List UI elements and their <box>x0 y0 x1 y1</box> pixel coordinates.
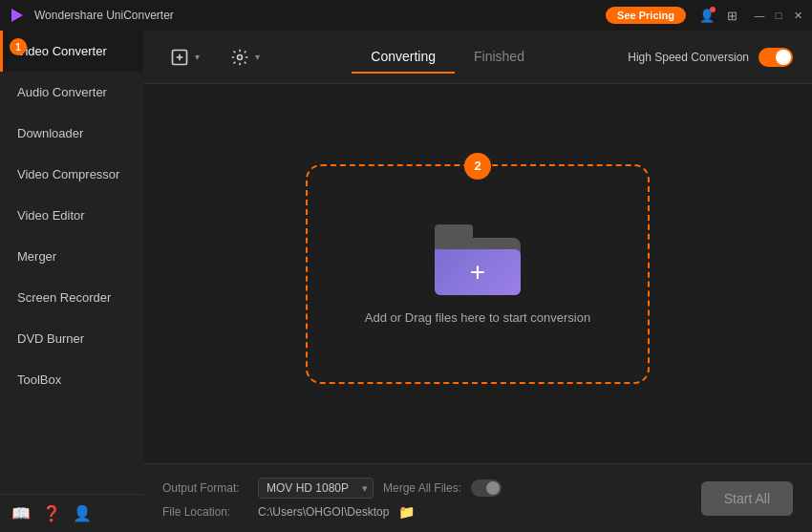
sidebar-item-label: Merger <box>17 249 56 264</box>
content-area: ▾ ▾ Converting Finished <box>143 31 812 532</box>
sidebar-item-audio-converter[interactable]: Audio Converter <box>0 72 143 113</box>
sidebar-item-label: Screen Recorder <box>17 290 111 305</box>
start-all-button[interactable]: Start All <box>701 481 793 516</box>
merge-files-label: Merge All Files: <box>383 481 461 495</box>
svg-point-4 <box>238 54 243 59</box>
title-bar-icons: 👤 ⊞ <box>697 6 741 25</box>
toolbar-left: ▾ ▾ <box>162 42 267 73</box>
sidebar-item-video-compressor[interactable]: Video Compressor <box>0 154 143 195</box>
file-path: C:\Users\OHGOI\Desktop <box>258 505 389 519</box>
tabs: Converting Finished <box>352 41 544 74</box>
close-button[interactable]: ✕ <box>791 9 804 22</box>
bottom-bar: Output Format: MOV HD 1080P Merge All Fi… <box>143 463 812 532</box>
output-format-row: Output Format: MOV HD 1080P Merge All Fi… <box>162 478 502 499</box>
sidebar-item-merger[interactable]: Merger <box>0 236 143 277</box>
high-speed-toggle[interactable] <box>759 48 793 67</box>
grid-icon[interactable]: ⊞ <box>722 6 741 25</box>
high-speed-label: High Speed Conversion <box>628 51 749 64</box>
app-logo-icon <box>8 6 27 25</box>
settings-button[interactable]: ▾ <box>223 42 267 73</box>
toolbar: ▾ ▾ Converting Finished <box>143 31 812 84</box>
bottom-section-format: Output Format: MOV HD 1080P Merge All Fi… <box>162 478 502 520</box>
file-location-row: File Location: C:\Users\OHGOI\Desktop 📁 <box>162 504 502 520</box>
window-controls: — □ ✕ <box>753 9 804 22</box>
merge-toggle[interactable] <box>471 479 502 497</box>
add-files-icon <box>170 48 189 67</box>
sidebar-item-toolbox[interactable]: ToolBox <box>0 359 143 400</box>
open-folder-icon[interactable]: 📁 <box>398 504 415 520</box>
sidebar-item-label: DVD Burner <box>17 331 84 346</box>
settings-icon <box>230 48 249 67</box>
file-location-label: File Location: <box>162 505 248 519</box>
sidebar-item-screen-recorder[interactable]: Screen Recorder <box>0 277 143 318</box>
help-icon[interactable]: ❓ <box>42 504 61 522</box>
drop-zone-container: 2 + Add or Drag files here to start conv… <box>143 84 812 463</box>
sidebar-item-dvd-burner[interactable]: DVD Burner <box>0 318 143 359</box>
sidebar-badge: 1 <box>10 38 27 55</box>
toolbar-right: High Speed Conversion <box>628 48 793 67</box>
sidebar-item-video-editor[interactable]: Video Editor <box>0 195 143 236</box>
sidebar-item-video-converter[interactable]: Video Converter 1 <box>0 31 143 72</box>
sidebar-item-label: Video Editor <box>17 208 85 223</box>
svg-marker-0 <box>11 9 23 22</box>
profile-icon[interactable]: 👤 <box>73 504 92 522</box>
user-icon[interactable]: 👤 <box>697 6 716 25</box>
title-bar-right: See Pricing 👤 ⊞ — □ ✕ <box>606 6 804 25</box>
output-format-wrapper: MOV HD 1080P <box>258 478 374 499</box>
drop-text: Add or Drag files here to start conversi… <box>365 310 590 325</box>
add-files-button[interactable]: ▾ <box>162 42 207 73</box>
sidebar: Video Converter 1 Audio Converter Downlo… <box>0 31 143 532</box>
sidebar-item-downloader[interactable]: Downloader <box>0 113 143 154</box>
book-icon[interactable]: 📖 <box>11 504 31 522</box>
sidebar-item-label: Video Compressor <box>17 167 119 181</box>
tab-finished[interactable]: Finished <box>455 41 544 74</box>
drop-zone[interactable]: 2 + Add or Drag files here to start conv… <box>306 164 650 384</box>
maximize-button[interactable]: □ <box>772 9 785 22</box>
output-format-label: Output Format: <box>162 481 248 495</box>
title-bar: Wondershare UniConverter See Pricing 👤 ⊞… <box>0 0 812 31</box>
add-files-chevron: ▾ <box>195 52 200 62</box>
app-title: Wondershare UniConverter <box>34 9 174 22</box>
output-format-select[interactable]: MOV HD 1080P <box>258 478 374 499</box>
sidebar-item-label: ToolBox <box>17 372 61 387</box>
sidebar-item-label: Downloader <box>17 126 83 140</box>
pricing-button[interactable]: See Pricing <box>606 7 686 24</box>
sidebar-item-label: Video Converter <box>17 44 107 58</box>
sidebar-bottom: 📖 ❓ 👤 <box>0 494 143 532</box>
main-layout: Video Converter 1 Audio Converter Downlo… <box>0 31 812 532</box>
minimize-button[interactable]: — <box>753 9 766 22</box>
settings-chevron: ▾ <box>255 52 260 62</box>
plus-icon: + <box>470 257 485 287</box>
step-badge: 2 <box>464 153 491 180</box>
title-bar-left: Wondershare UniConverter <box>8 6 174 25</box>
folder-icon: + <box>435 223 521 295</box>
tab-converting[interactable]: Converting <box>352 41 455 74</box>
notification-dot <box>710 7 716 12</box>
folder-front: + <box>435 249 521 295</box>
sidebar-item-label: Audio Converter <box>17 85 107 99</box>
